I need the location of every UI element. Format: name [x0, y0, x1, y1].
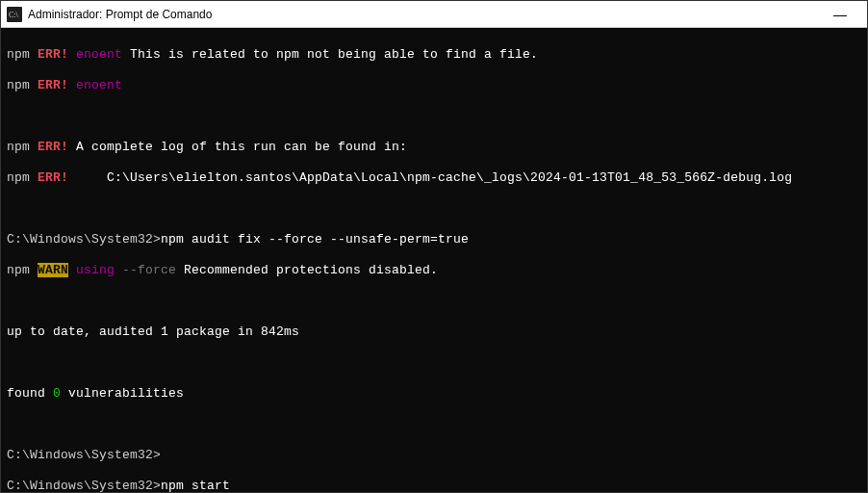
titlebar[interactable]: C:\ Administrador: Prompt de Comando — [1, 1, 867, 28]
terminal-body[interactable]: npm ERR! enoent This is related to npm n… [1, 28, 867, 492]
blank-line [7, 417, 861, 432]
minimize-button[interactable]: — [819, 1, 861, 28]
cmd-window: C:\ Administrador: Prompt de Comando — n… [0, 0, 868, 493]
blank-line [7, 294, 861, 309]
window-controls: — [819, 1, 861, 28]
cmd-icon: C:\ [7, 7, 22, 22]
output-line: npm ERR! A complete log of this run can … [7, 140, 861, 155]
prompt-line: C:\Windows\System32>npm audit fix --forc… [7, 232, 861, 247]
output-line: up to date, audited 1 package in 842ms [7, 324, 861, 340]
output-line: npm ERR! enoent This is related to npm n… [7, 47, 861, 63]
output-line: found 0 vulnerabilities [7, 386, 861, 402]
output-line: npm ERR! enoent [7, 78, 861, 93]
svg-text:C:\: C:\ [9, 11, 19, 19]
output-line: npm WARN using --force Recommended prote… [7, 263, 861, 278]
output-line: npm ERR! C:\Users\elielton.santos\AppDat… [7, 170, 861, 186]
blank-line [7, 109, 861, 124]
prompt-line: C:\Windows\System32>npm start [7, 479, 861, 492]
blank-line [7, 355, 861, 371]
window-title: Administrador: Prompt de Comando [28, 8, 819, 21]
prompt-line: C:\Windows\System32> [7, 448, 861, 463]
blank-line [7, 201, 861, 217]
